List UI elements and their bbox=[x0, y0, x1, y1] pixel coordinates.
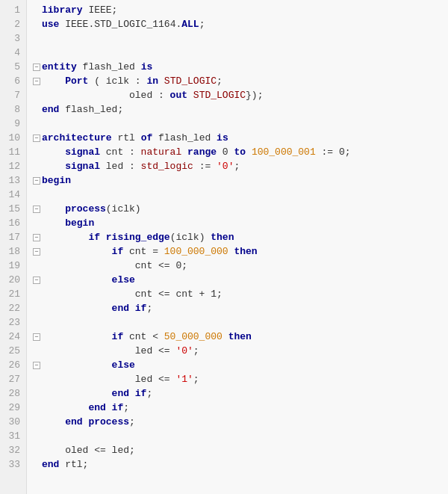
token-type-c: STD_LOGIC bbox=[164, 74, 217, 88]
token-ident: ( iclk : bbox=[88, 74, 146, 88]
token-ident: ; bbox=[146, 386, 152, 401]
line-number: 8 bbox=[3, 102, 20, 117]
token-ident: cnt <= cnt + 1; bbox=[135, 287, 223, 301]
line-number: 31 bbox=[3, 429, 20, 443]
token-kw-blue: end bbox=[42, 457, 59, 472]
token-kw-blue: range bbox=[187, 145, 217, 159]
token-type-c: natural bbox=[141, 145, 182, 159]
line-number: 24 bbox=[3, 330, 20, 344]
line-number: 11 bbox=[3, 145, 20, 159]
line-number: 16 bbox=[3, 216, 20, 230]
token-ident: cnt <= 0; bbox=[135, 259, 187, 273]
token-ident: cnt < bbox=[123, 330, 164, 344]
fold-icon[interactable]: − bbox=[33, 64, 40, 71]
code-line: begin bbox=[27, 216, 448, 230]
code-line: −else bbox=[27, 273, 448, 287]
token-ident: led : bbox=[100, 159, 141, 173]
token-ident: := 0; bbox=[316, 145, 351, 159]
token-ident: ; bbox=[123, 401, 129, 415]
line-number: 15 bbox=[3, 202, 20, 216]
token-ident: ; bbox=[193, 344, 199, 358]
token-const-c: 50_000_000 bbox=[164, 330, 223, 344]
line-number: 5 bbox=[3, 60, 20, 74]
token-ident bbox=[158, 74, 164, 88]
fold-icon[interactable]: − bbox=[33, 78, 40, 85]
token-kw-blue: then bbox=[211, 230, 234, 244]
code-line: cnt <= 0; bbox=[27, 259, 448, 273]
line-number: 20 bbox=[3, 273, 20, 287]
token-ident bbox=[223, 330, 228, 344]
line-number: 27 bbox=[3, 372, 20, 386]
token-ident: flash_led bbox=[152, 131, 217, 145]
token-ident: cnt = bbox=[123, 244, 164, 259]
token-kw-blue: end bbox=[42, 102, 59, 117]
token-kw-blue: signal bbox=[65, 159, 100, 173]
code-line: signal cnt : natural range 0 to 100_000_… bbox=[27, 145, 448, 159]
token-ident bbox=[246, 145, 252, 159]
code-line: oled <= led; bbox=[27, 443, 448, 457]
code-line bbox=[27, 315, 448, 330]
token-kw-blue: Port bbox=[65, 74, 88, 88]
token-kw-blue: signal bbox=[65, 145, 100, 159]
fold-icon[interactable]: − bbox=[33, 135, 40, 142]
token-kw-blue: begin bbox=[65, 216, 94, 230]
token-ident: rtl bbox=[112, 131, 141, 145]
fold-icon[interactable]: − bbox=[33, 206, 40, 213]
token-kw-blue: to bbox=[234, 145, 246, 159]
token-ident: ; bbox=[199, 17, 205, 31]
fold-icon[interactable]: − bbox=[33, 362, 40, 369]
token-ident: IEEE; bbox=[83, 3, 118, 17]
fold-icon[interactable]: − bbox=[33, 277, 40, 284]
fold-icon[interactable]: − bbox=[33, 234, 40, 241]
line-number: 33 bbox=[3, 457, 20, 472]
token-ident bbox=[228, 244, 234, 259]
code-line: −if cnt = 100_000_000 then bbox=[27, 244, 448, 259]
token-ident: led <= bbox=[135, 344, 176, 358]
token-const-c: 100_000_000 bbox=[164, 244, 228, 259]
line-number: 9 bbox=[3, 117, 20, 131]
code-line: library IEEE; bbox=[27, 3, 448, 17]
fold-icon[interactable]: − bbox=[33, 333, 40, 341]
code-line: led <= '1'; bbox=[27, 372, 448, 386]
token-kw-blue: end if bbox=[112, 386, 147, 401]
token-string-c: '1' bbox=[175, 372, 193, 386]
token-fn-c: rising_edge bbox=[106, 230, 170, 244]
token-ident: ; bbox=[129, 415, 135, 429]
code-line: use IEEE.STD_LOGIC_1164.ALL; bbox=[27, 17, 448, 31]
code-line: end if; bbox=[27, 386, 448, 401]
line-number: 6 bbox=[3, 74, 20, 88]
line-number: 26 bbox=[3, 358, 20, 372]
line-number: 2 bbox=[3, 17, 20, 31]
line-number: 3 bbox=[3, 31, 20, 46]
token-kw-blue: if bbox=[112, 330, 124, 344]
code-line: −if cnt < 50_000_000 then bbox=[27, 330, 448, 344]
token-kw-blue: if bbox=[112, 244, 124, 259]
line-number: 17 bbox=[3, 230, 20, 244]
line-number: 7 bbox=[3, 88, 20, 102]
token-kw-blue: in bbox=[146, 74, 158, 88]
token-ident: := bbox=[193, 159, 217, 173]
token-ident bbox=[187, 88, 193, 102]
code-line bbox=[27, 188, 448, 202]
token-ident bbox=[181, 145, 187, 159]
code-line: −Port ( iclk : in STD_LOGIC; bbox=[27, 74, 448, 88]
line-number: 12 bbox=[3, 159, 20, 173]
code-line: led <= '0'; bbox=[27, 344, 448, 358]
token-ident: oled : bbox=[88, 88, 169, 102]
line-number: 21 bbox=[3, 287, 20, 301]
code-line bbox=[27, 429, 448, 443]
fold-icon[interactable]: − bbox=[33, 177, 40, 185]
code-line: −else bbox=[27, 358, 448, 372]
token-ident: flash_led bbox=[77, 60, 141, 74]
line-number: 18 bbox=[3, 244, 20, 259]
line-number: 30 bbox=[3, 415, 20, 429]
line-number: 32 bbox=[3, 443, 20, 457]
code-line: −process(iclk) bbox=[27, 202, 448, 216]
line-number: 19 bbox=[3, 259, 20, 273]
token-kw-blue: out bbox=[170, 88, 187, 102]
token-kw-blue: of bbox=[141, 131, 153, 145]
code-line: end rtl; bbox=[27, 457, 448, 472]
fold-icon[interactable]: − bbox=[33, 248, 40, 256]
token-ident: IEEE.STD_LOGIC_1164. bbox=[59, 17, 181, 31]
code-line: oled : out STD_LOGIC}); bbox=[27, 88, 448, 102]
